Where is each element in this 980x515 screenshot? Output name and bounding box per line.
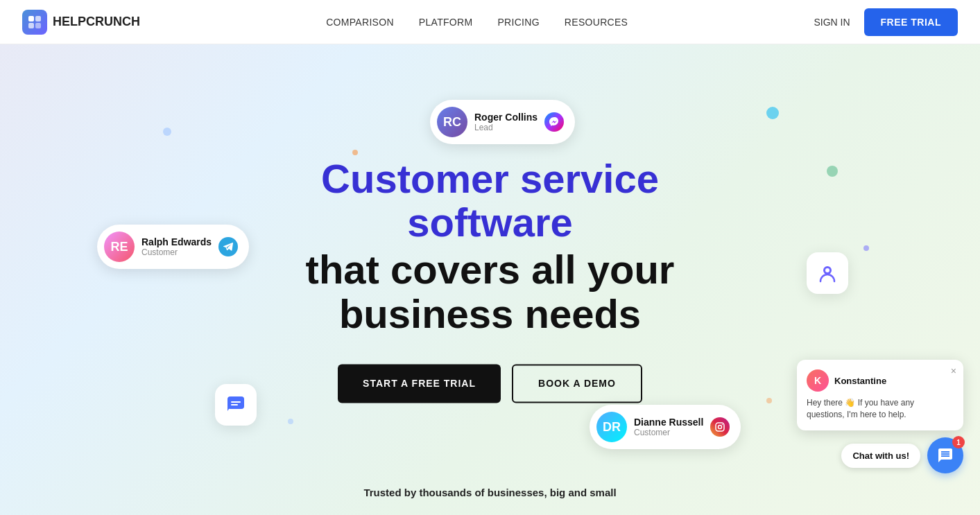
dot-7 xyxy=(766,398,772,403)
logo[interactable]: HELPCRUNCH xyxy=(22,10,140,35)
chat-message: Hey there 👋 If you have any questions, I… xyxy=(807,397,954,421)
roger-role: Lead xyxy=(474,123,538,132)
chat-widget: × K Konstantine Hey there 👋 If you have … xyxy=(797,360,963,473)
ralph-badge xyxy=(218,237,238,256)
roger-badge xyxy=(544,112,564,132)
nav-pricing[interactable]: PRICING xyxy=(497,17,539,28)
logo-text: HELPCRUNCH xyxy=(53,15,140,29)
chat-trigger-button[interactable]: 1 xyxy=(927,437,963,473)
start-free-trial-button[interactable]: START A FREE TRIAL xyxy=(338,364,501,403)
logo-icon xyxy=(22,10,47,35)
ralph-avatar: RE xyxy=(104,232,135,262)
svg-rect-2 xyxy=(28,23,34,28)
hero-section: RC Roger Collins Lead RE Ralph Edwards C… xyxy=(0,44,980,515)
dot-6 xyxy=(288,419,293,424)
chat-trigger: Chat with us! 1 xyxy=(797,437,963,473)
hero-content: Customer service software that covers al… xyxy=(241,157,740,403)
hero-title-blue: Customer service software xyxy=(241,157,740,245)
svg-point-11 xyxy=(722,424,723,426)
ralph-role: Customer xyxy=(141,247,212,257)
svg-point-8 xyxy=(825,268,829,272)
nav-resources[interactable]: RESOURCES xyxy=(565,17,628,28)
free-trial-button[interactable]: FREE TRIAL xyxy=(864,8,958,36)
svg-rect-3 xyxy=(35,23,41,28)
svg-rect-5 xyxy=(231,401,241,403)
dot-2 xyxy=(352,150,358,155)
roger-avatar: RC xyxy=(437,107,467,137)
ralph-info: Ralph Edwards Customer xyxy=(141,236,212,257)
ralph-edwards-card: RE Ralph Edwards Customer xyxy=(97,225,249,269)
nav-right: SIGN IN FREE TRIAL xyxy=(814,8,958,36)
dianne-avatar: DR xyxy=(596,412,627,442)
nav-links: COMPARISON PLATFORM PRICING RESOURCES xyxy=(326,17,628,28)
nav-comparison[interactable]: COMPARISON xyxy=(326,17,394,28)
agent-icon-card xyxy=(807,252,848,294)
chat-close-button[interactable]: × xyxy=(951,365,956,376)
chat-bubble: × K Konstantine Hey there 👋 If you have … xyxy=(797,360,963,430)
chat-trigger-label: Chat with us! xyxy=(841,444,920,468)
chat-agent-avatar: K xyxy=(807,369,829,392)
svg-rect-9 xyxy=(716,423,724,431)
dianne-role: Customer xyxy=(634,428,703,437)
dianne-info: Dianne Russell Customer xyxy=(634,417,703,437)
roger-name: Roger Collins xyxy=(474,112,538,123)
hero-buttons: START A FREE TRIAL BOOK A DEMO xyxy=(241,364,740,403)
dianne-name: Dianne Russell xyxy=(634,417,703,428)
sign-in-link[interactable]: SIGN IN xyxy=(814,17,850,28)
dot-3 xyxy=(827,166,838,177)
nav-platform[interactable]: PLATFORM xyxy=(419,17,473,28)
dianne-badge xyxy=(710,417,730,437)
svg-rect-6 xyxy=(231,404,238,405)
chat-agent-name: Konstantine xyxy=(834,376,886,386)
roger-info: Roger Collins Lead xyxy=(474,112,538,132)
dot-5 xyxy=(863,245,869,251)
trusted-text: Trusted by thousands of businesses, big … xyxy=(363,487,616,498)
svg-rect-0 xyxy=(28,16,34,21)
chat-notification-badge: 1 xyxy=(952,436,965,448)
hero-title-dark: that covers all your business needs xyxy=(241,248,740,337)
dot-1 xyxy=(163,128,171,136)
svg-rect-1 xyxy=(35,16,41,21)
book-demo-button[interactable]: BOOK A DEMO xyxy=(512,364,642,403)
navbar: HELPCRUNCH COMPARISON PLATFORM PRICING R… xyxy=(0,0,980,44)
dot-4 xyxy=(766,107,779,119)
roger-collins-card: RC Roger Collins Lead xyxy=(430,100,575,144)
chat-agent-row: K Konstantine xyxy=(807,369,954,392)
dianne-russell-card: DR Dianne Russell Customer xyxy=(590,405,741,449)
ralph-name: Ralph Edwards xyxy=(141,236,212,247)
svg-point-10 xyxy=(719,426,722,429)
